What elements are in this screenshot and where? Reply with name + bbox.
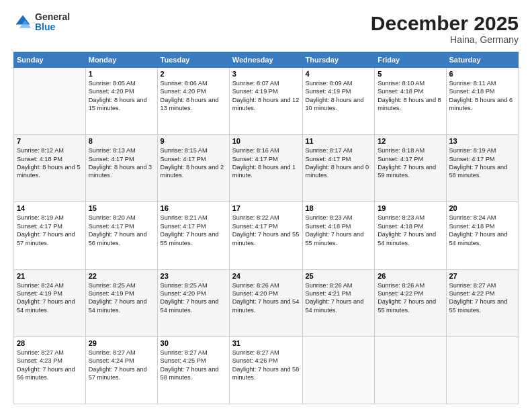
calendar-header-row: SundayMondayTuesdayWednesdayThursdayFrid… (14, 52, 519, 68)
day-number: 31 (232, 339, 300, 347)
day-number: 12 (378, 137, 443, 145)
day-info: Sunrise: 8:26 AMSunset: 4:22 PMDaylight:… (378, 281, 443, 315)
day-header-friday: Friday (375, 52, 446, 68)
day-info: Sunrise: 8:05 AMSunset: 4:20 PMDaylight:… (89, 79, 154, 113)
calendar-cell: 21Sunrise: 8:24 AMSunset: 4:19 PMDayligh… (14, 269, 86, 336)
calendar-cell: 18Sunrise: 8:23 AMSunset: 4:18 PMDayligh… (302, 202, 375, 269)
day-header-thursday: Thursday (302, 52, 375, 68)
calendar-week-row: 14Sunrise: 8:19 AMSunset: 4:17 PMDayligh… (14, 202, 519, 269)
day-info: Sunrise: 8:21 AMSunset: 4:17 PMDaylight:… (161, 214, 226, 247)
logo-general: General (35, 12, 70, 22)
day-info: Sunrise: 8:24 AMSunset: 4:19 PMDaylight:… (17, 281, 83, 315)
day-info: Sunrise: 8:27 AMSunset: 4:23 PMDaylight:… (17, 349, 83, 382)
day-number: 23 (161, 272, 226, 280)
day-info: Sunrise: 8:07 AMSunset: 4:19 PMDaylight:… (232, 79, 300, 113)
calendar-cell: 11Sunrise: 8:17 AMSunset: 4:17 PMDayligh… (302, 135, 375, 202)
day-info: Sunrise: 8:24 AMSunset: 4:18 PMDaylight:… (449, 214, 516, 247)
day-info: Sunrise: 8:16 AMSunset: 4:17 PMDaylight:… (232, 146, 300, 180)
day-number: 11 (306, 137, 372, 145)
calendar-cell: 27Sunrise: 8:27 AMSunset: 4:22 PMDayligh… (446, 269, 519, 336)
calendar-cell (14, 68, 86, 135)
day-number: 24 (232, 272, 300, 280)
day-header-wednesday: Wednesday (229, 52, 302, 68)
calendar-cell: 10Sunrise: 8:16 AMSunset: 4:17 PMDayligh… (229, 135, 302, 202)
calendar-cell: 4Sunrise: 8:09 AMSunset: 4:19 PMDaylight… (302, 68, 375, 135)
calendar-cell: 9Sunrise: 8:15 AMSunset: 4:17 PMDaylight… (157, 135, 229, 202)
day-number: 27 (449, 272, 516, 280)
day-info: Sunrise: 8:10 AMSunset: 4:18 PMDaylight:… (378, 79, 443, 113)
calendar-cell: 28Sunrise: 8:27 AMSunset: 4:23 PMDayligh… (14, 336, 86, 404)
day-number: 14 (17, 204, 83, 212)
location: Haina, Germany (371, 34, 519, 45)
calendar-cell: 26Sunrise: 8:26 AMSunset: 4:22 PMDayligh… (375, 269, 446, 336)
day-number: 18 (306, 204, 372, 212)
day-number: 20 (449, 204, 516, 212)
day-number: 2 (161, 70, 226, 78)
calendar-cell (302, 336, 375, 404)
day-number: 21 (17, 272, 83, 280)
day-info: Sunrise: 8:23 AMSunset: 4:18 PMDaylight:… (306, 214, 372, 247)
logo-text: General Blue (35, 12, 70, 33)
day-info: Sunrise: 8:27 AMSunset: 4:24 PMDaylight:… (89, 349, 154, 382)
day-info: Sunrise: 8:12 AMSunset: 4:18 PMDaylight:… (17, 146, 83, 180)
day-info: Sunrise: 8:23 AMSunset: 4:18 PMDaylight:… (378, 214, 443, 247)
day-number: 9 (161, 137, 226, 145)
day-info: Sunrise: 8:22 AMSunset: 4:17 PMDaylight:… (232, 214, 300, 247)
day-number: 1 (89, 70, 154, 78)
day-header-tuesday: Tuesday (157, 52, 229, 68)
calendar-cell: 29Sunrise: 8:27 AMSunset: 4:24 PMDayligh… (85, 336, 157, 404)
calendar-cell: 31Sunrise: 8:27 AMSunset: 4:26 PMDayligh… (229, 336, 302, 404)
day-header-saturday: Saturday (446, 52, 519, 68)
calendar-cell (446, 336, 519, 404)
calendar-cell: 13Sunrise: 8:19 AMSunset: 4:17 PMDayligh… (446, 135, 519, 202)
calendar-week-row: 1Sunrise: 8:05 AMSunset: 4:20 PMDaylight… (14, 68, 519, 135)
day-info: Sunrise: 8:26 AMSunset: 4:21 PMDaylight:… (306, 281, 372, 315)
day-info: Sunrise: 8:15 AMSunset: 4:17 PMDaylight:… (161, 146, 226, 180)
calendar-cell: 15Sunrise: 8:20 AMSunset: 4:17 PMDayligh… (85, 202, 157, 269)
day-number: 4 (306, 70, 372, 78)
logo-icon (13, 13, 32, 32)
day-number: 7 (17, 137, 83, 145)
day-number: 16 (161, 204, 226, 212)
day-number: 10 (232, 137, 300, 145)
day-header-monday: Monday (85, 52, 157, 68)
calendar-cell: 24Sunrise: 8:26 AMSunset: 4:20 PMDayligh… (229, 269, 302, 336)
day-info: Sunrise: 8:20 AMSunset: 4:17 PMDaylight:… (89, 214, 154, 247)
calendar-cell: 20Sunrise: 8:24 AMSunset: 4:18 PMDayligh… (446, 202, 519, 269)
day-number: 22 (89, 272, 154, 280)
day-number: 30 (161, 339, 226, 347)
logo-blue: Blue (35, 22, 70, 32)
day-number: 25 (306, 272, 372, 280)
day-info: Sunrise: 8:19 AMSunset: 4:17 PMDaylight:… (17, 214, 83, 247)
calendar-week-row: 28Sunrise: 8:27 AMSunset: 4:23 PMDayligh… (14, 336, 519, 404)
day-info: Sunrise: 8:11 AMSunset: 4:18 PMDaylight:… (449, 79, 516, 113)
day-number: 26 (378, 272, 443, 280)
day-info: Sunrise: 8:13 AMSunset: 4:17 PMDaylight:… (89, 146, 154, 180)
calendar-table: SundayMondayTuesdayWednesdayThursdayFrid… (13, 52, 519, 404)
calendar-cell: 8Sunrise: 8:13 AMSunset: 4:17 PMDaylight… (85, 135, 157, 202)
day-number: 5 (378, 70, 443, 78)
calendar-cell: 14Sunrise: 8:19 AMSunset: 4:17 PMDayligh… (14, 202, 86, 269)
day-info: Sunrise: 8:06 AMSunset: 4:20 PMDaylight:… (161, 79, 226, 113)
header: General Blue December 2025 Haina, German… (13, 12, 519, 45)
logo: General Blue (13, 12, 70, 33)
calendar-cell: 22Sunrise: 8:25 AMSunset: 4:19 PMDayligh… (85, 269, 157, 336)
day-number: 17 (232, 204, 300, 212)
day-info: Sunrise: 8:19 AMSunset: 4:17 PMDaylight:… (449, 146, 516, 180)
day-number: 13 (449, 137, 516, 145)
day-info: Sunrise: 8:26 AMSunset: 4:20 PMDaylight:… (232, 281, 300, 315)
calendar-cell: 6Sunrise: 8:11 AMSunset: 4:18 PMDaylight… (446, 68, 519, 135)
day-info: Sunrise: 8:27 AMSunset: 4:25 PMDaylight:… (161, 349, 226, 382)
day-info: Sunrise: 8:18 AMSunset: 4:17 PMDaylight:… (378, 146, 443, 180)
calendar-cell: 17Sunrise: 8:22 AMSunset: 4:17 PMDayligh… (229, 202, 302, 269)
day-header-sunday: Sunday (14, 52, 86, 68)
calendar-cell: 5Sunrise: 8:10 AMSunset: 4:18 PMDaylight… (375, 68, 446, 135)
calendar-cell: 19Sunrise: 8:23 AMSunset: 4:18 PMDayligh… (375, 202, 446, 269)
title-block: December 2025 Haina, Germany (371, 12, 519, 45)
calendar-cell: 23Sunrise: 8:25 AMSunset: 4:20 PMDayligh… (157, 269, 229, 336)
calendar-week-row: 7Sunrise: 8:12 AMSunset: 4:18 PMDaylight… (14, 135, 519, 202)
day-number: 3 (232, 70, 300, 78)
day-info: Sunrise: 8:17 AMSunset: 4:17 PMDaylight:… (306, 146, 372, 180)
day-number: 6 (449, 70, 516, 78)
day-number: 19 (378, 204, 443, 212)
